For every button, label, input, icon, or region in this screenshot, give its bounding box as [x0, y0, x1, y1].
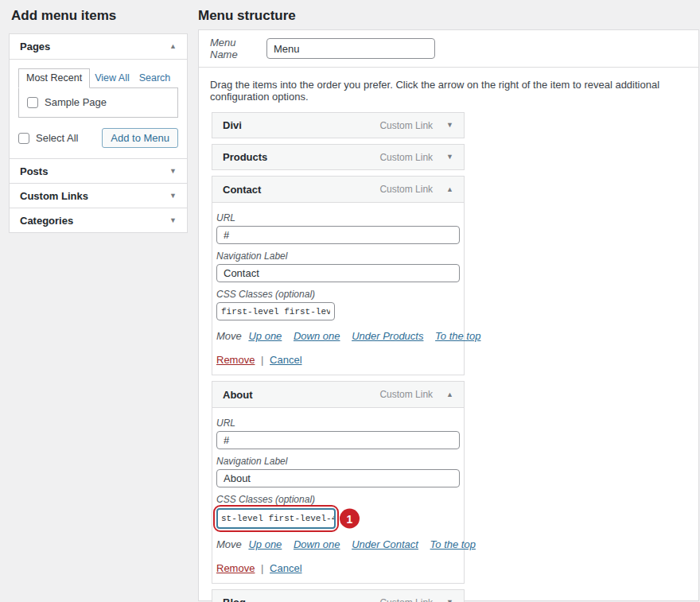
categories-label: Categories [20, 215, 73, 227]
menu-name-row: Menu Name [199, 30, 698, 68]
custom-links-label: Custom Links [20, 190, 88, 202]
item-type-label: Custom Link [379, 152, 433, 163]
item-type-label: Custom Link [379, 597, 433, 602]
add-menu-items-title: Add menu items [11, 8, 116, 24]
move-under-contact-link[interactable]: Under Contact [352, 538, 418, 550]
chevron-down-icon[interactable]: ▼ [446, 122, 453, 129]
chevron-down-icon[interactable]: ▼ [169, 168, 177, 175]
menu-item-blog: Blog Custom Link ▼ [212, 589, 465, 602]
navigation-label-label: Navigation Label [216, 251, 454, 262]
menu-item-contact: Contact Custom Link ▲ URL Navigation Lab… [212, 176, 465, 375]
chevron-down-icon[interactable]: ▼ [169, 217, 177, 224]
navigation-label-label: Navigation Label [216, 456, 454, 467]
add-to-menu-button[interactable]: Add to Menu [102, 128, 178, 148]
menu-item-divi: Divi Custom Link ▼ [212, 112, 465, 138]
cancel-link[interactable]: Cancel [270, 354, 301, 366]
menu-item-bar-contact[interactable]: Contact Custom Link ▲ [212, 177, 464, 203]
page-list-item: Sample Page [27, 96, 169, 108]
cancel-link[interactable]: Cancel [270, 562, 301, 574]
menu-name-label: Menu Name [210, 37, 256, 60]
select-all-label: Select All [36, 132, 78, 144]
add-menu-items-accordion: Pages ▲ Most Recent View All Search Samp… [9, 33, 188, 233]
accordion-header-categories[interactable]: Categories ▼ [10, 208, 187, 232]
move-up-one-link[interactable]: Up one [248, 538, 282, 550]
select-all-row: Select All [18, 132, 78, 144]
chevron-up-icon[interactable]: ▲ [169, 43, 177, 50]
move-label: Move [216, 538, 242, 550]
accordion-header-custom-links[interactable]: Custom Links ▼ [10, 183, 187, 208]
menu-item-bar-blog[interactable]: Blog Custom Link ▼ [212, 589, 465, 602]
item-title: About [223, 389, 379, 401]
menu-name-input[interactable] [266, 38, 435, 59]
url-input[interactable] [216, 431, 460, 449]
css-classes-label: CSS Classes (optional) [216, 289, 454, 300]
chevron-down-icon[interactable]: ▼ [446, 153, 453, 161]
move-to-top-link[interactable]: To the top [430, 538, 476, 550]
move-under-products-link[interactable]: Under Products [352, 330, 423, 342]
menu-item-settings-contact: URL Navigation Label CSS Classes (option… [212, 203, 464, 375]
tab-view-all[interactable]: View All [90, 69, 134, 88]
css-value-after-caret: level-4 [300, 514, 336, 523]
item-type-label: Custom Link [379, 389, 433, 400]
move-to-top-link[interactable]: To the top [435, 330, 480, 342]
move-down-one-link[interactable]: Down one [294, 538, 340, 550]
move-row: Move Up one Down one Under Contact To th… [216, 538, 454, 550]
pages-list-panel: Sample Page [18, 87, 178, 118]
menu-item-bar-divi[interactable]: Divi Custom Link ▼ [212, 112, 465, 138]
navigation-label-input[interactable] [216, 469, 460, 487]
drag-instructions: Drag the items into the order you prefer… [199, 68, 698, 112]
menu-item-about: About Custom Link ▲ URL Navigation Label… [212, 381, 465, 584]
item-actions-row: Remove | Cancel [216, 354, 454, 366]
menu-item-bar-products[interactable]: Products Custom Link ▼ [212, 144, 465, 170]
move-row: Move Up one Down one Under Products To t… [216, 330, 454, 342]
move-up-one-link[interactable]: Up one [248, 330, 282, 342]
chevron-up-icon[interactable]: ▲ [446, 391, 453, 398]
item-type-label: Custom Link [379, 184, 433, 195]
menu-structure-panel: Menu Name Drag the items into the order … [198, 29, 699, 601]
item-actions-row: Remove | Cancel [216, 562, 454, 574]
pages-tabs: Most Recent View All Search [18, 68, 178, 88]
remove-link[interactable]: Remove [216, 354, 255, 366]
menu-item-products: Products Custom Link ▼ [212, 144, 465, 170]
accordion-header-posts[interactable]: Posts ▼ [10, 158, 187, 183]
posts-label: Posts [20, 165, 48, 177]
item-title: Contact [223, 184, 379, 196]
css-classes-input[interactable] [216, 302, 335, 320]
item-title: Blog [223, 596, 379, 602]
pages-label: Pages [20, 41, 50, 52]
annotation-badge-1: 1 [340, 509, 360, 529]
pages-panel-body: Most Recent View All Search Sample Page … [10, 59, 187, 158]
pages-actions-row: Select All Add to Menu [18, 128, 178, 148]
chevron-down-icon[interactable]: ▼ [446, 599, 453, 602]
move-down-one-link[interactable]: Down one [294, 330, 340, 342]
css-classes-input[interactable]: st-level first-level-4 [216, 508, 336, 529]
move-label: Move [216, 330, 242, 342]
menu-item-bar-about[interactable]: About Custom Link ▲ [212, 382, 464, 408]
select-all-checkbox[interactable] [18, 133, 29, 144]
chevron-up-icon[interactable]: ▲ [446, 186, 453, 193]
url-label: URL [216, 418, 454, 429]
tab-search[interactable]: Search [134, 69, 176, 88]
chevron-down-icon[interactable]: ▼ [169, 192, 177, 200]
menu-item-settings-about: URL Navigation Label CSS Classes (option… [212, 408, 464, 583]
css-classes-label: CSS Classes (optional) [216, 494, 454, 505]
remove-link[interactable]: Remove [216, 562, 255, 574]
css-value-before-caret: st-level first- [221, 514, 300, 523]
menu-items-list: Divi Custom Link ▼ Products Custom Link … [212, 112, 465, 602]
accordion-header-pages[interactable]: Pages ▲ [10, 34, 187, 59]
item-type-label: Custom Link [379, 120, 433, 131]
tab-most-recent[interactable]: Most Recent [18, 68, 90, 88]
item-title: Divi [223, 119, 379, 131]
separator: | [261, 354, 263, 366]
url-label: URL [216, 212, 454, 223]
css-classes-annotated-wrap: st-level first-level-4 1 [216, 508, 336, 529]
url-input[interactable] [216, 226, 460, 244]
item-title: Products [223, 151, 379, 163]
sample-page-checkbox[interactable] [27, 97, 38, 108]
navigation-label-input[interactable] [216, 264, 460, 282]
menu-structure-title: Menu structure [198, 8, 296, 24]
sample-page-label: Sample Page [45, 96, 107, 108]
separator: | [261, 562, 263, 574]
